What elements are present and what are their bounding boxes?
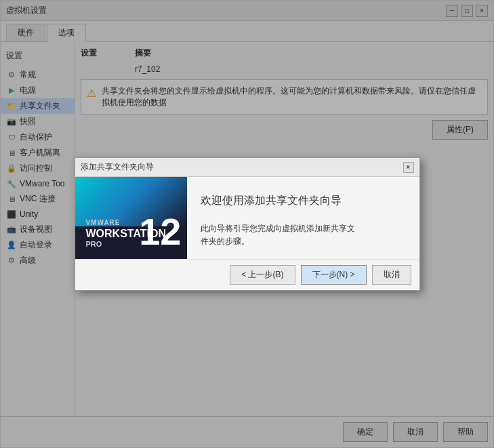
next-button[interactable]: 下一步(N) > bbox=[301, 265, 367, 285]
prev-button[interactable]: < 上一步(B) bbox=[230, 265, 295, 285]
modal-body: VMWARE WORKSTATION PRO 12 欢迎使用添加共享文件夹向导 … bbox=[75, 177, 419, 259]
modal-dialog: 添加共享文件夹向导 × VMWARE WORKSTATION PRO 12 bbox=[75, 157, 420, 291]
modal-content-panel: 欢迎使用添加共享文件夹向导 此向导将引导您完成向虚拟机添加新共享文 件夹的步骤。 bbox=[187, 177, 419, 259]
main-window: 虚拟机设置 ─ □ × 硬件 选项 设置 ⚙ 常规 ▶ 电源 📁 共享文件夹 bbox=[0, 0, 494, 448]
modal-brand-panel: VMWARE WORKSTATION PRO 12 bbox=[75, 177, 187, 259]
modal-title-bar: 添加共享文件夹向导 × bbox=[75, 158, 419, 177]
modal-title: 添加共享文件夹向导 bbox=[81, 161, 154, 173]
modal-footer: < 上一步(B) 下一步(N) > 取消 bbox=[75, 259, 419, 290]
brand-text-area: VMWARE WORKSTATION PRO bbox=[86, 219, 176, 248]
pro-label: PRO bbox=[86, 240, 176, 248]
modal-overlay: 添加共享文件夹向导 × VMWARE WORKSTATION PRO 12 bbox=[1, 1, 493, 447]
modal-heading: 欢迎使用添加共享文件夹向导 bbox=[201, 193, 406, 208]
modal-description: 此向导将引导您完成向虚拟机添加新共享文 件夹的步骤。 bbox=[201, 222, 406, 248]
workstation-label: WORKSTATION bbox=[86, 228, 176, 240]
modal-close-button[interactable]: × bbox=[403, 162, 414, 173]
vmware-label: VMWARE bbox=[86, 219, 176, 226]
modal-cancel-button[interactable]: 取消 bbox=[372, 265, 411, 285]
